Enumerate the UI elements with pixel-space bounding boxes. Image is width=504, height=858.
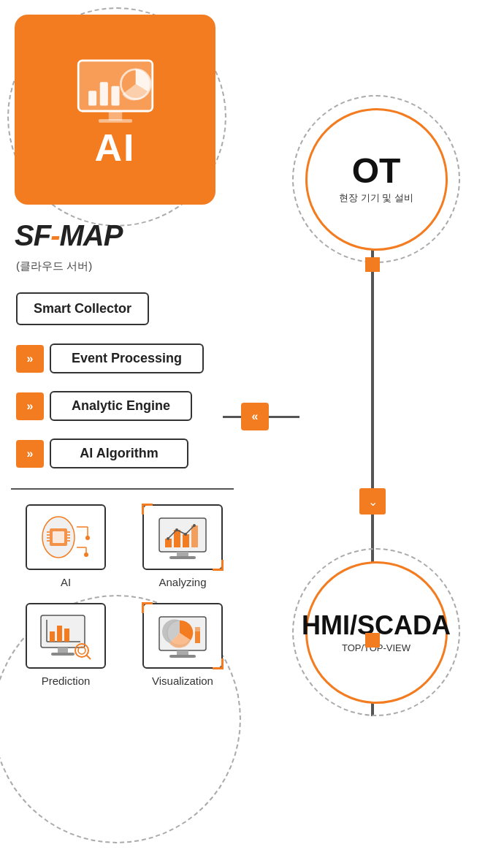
ai-box: AI: [15, 15, 215, 205]
svg-rect-38: [51, 653, 75, 656]
prediction-chart-icon: [37, 611, 95, 661]
svg-rect-36: [41, 615, 85, 648]
svg-point-24: [84, 553, 88, 557]
section-divider: [11, 488, 234, 490]
ot-dashed-outer: OT 현장 기기 및 설비: [292, 95, 460, 263]
smart-collector-box: Smart Collector: [16, 292, 149, 325]
smart-collector-label: Smart Collector: [34, 301, 131, 316]
hmi-circle-container: HMI/SCADA TOP/TOP-VIEW: [292, 548, 460, 716]
svg-rect-30: [183, 534, 189, 547]
brand-sf: SF: [15, 219, 50, 251]
svg-rect-41: [50, 631, 55, 642]
hmi-dashed-outer: HMI/SCADA TOP/TOP-VIEW: [292, 548, 460, 716]
svg-rect-6: [111, 86, 119, 106]
ai-algorithm-label: AI Algorithm: [80, 446, 158, 460]
analyzing-icon-box: [142, 504, 223, 570]
hmi-inner-circle: HMI/SCADA TOP/TOP-VIEW: [305, 561, 448, 704]
icon-item-ai: AI: [11, 504, 121, 588]
ai-algo-arrow-icon: »: [27, 447, 34, 460]
svg-point-32: [167, 537, 169, 540]
svg-rect-4: [88, 91, 96, 105]
analytic-arrow-btn[interactable]: »: [16, 392, 44, 420]
svg-rect-31: [191, 525, 198, 547]
svg-line-46: [86, 655, 91, 659]
right-connector-top: [365, 257, 380, 272]
module-row-event: » Event Processing: [16, 343, 204, 373]
svg-rect-49: [169, 655, 196, 658]
svg-point-21: [85, 536, 90, 540]
module-row-ai-algo: » AI Algorithm: [16, 439, 188, 468]
event-processing-box: Event Processing: [50, 343, 204, 373]
ai-algorithm-box: AI Algorithm: [50, 439, 188, 468]
svg-point-34: [184, 533, 187, 536]
left-connector-arrow: «: [241, 403, 269, 430]
ai-icon-box: [26, 504, 106, 570]
analyzing-chart-icon: [153, 512, 212, 562]
prediction-icon-label: Prediction: [42, 675, 91, 687]
left-connector-icon: «: [252, 410, 259, 423]
ai-brain-icon: [37, 512, 95, 562]
brand-map: MAP: [59, 219, 122, 251]
ai-algo-arrow-btn[interactable]: »: [16, 440, 44, 468]
left-panel: AI SF-MAP (클라우드 서버) Smart Collector » Ev…: [0, 0, 248, 858]
visualization-icon-box: [142, 603, 223, 669]
event-arrow-icon: »: [27, 352, 34, 365]
visualization-chart-icon: [153, 611, 212, 661]
ot-subtitle-text: 현장 기기 및 설비: [339, 191, 413, 205]
prediction-icon-box: [26, 603, 106, 669]
svg-rect-5: [99, 82, 107, 105]
ai-monitor-icon: [72, 53, 159, 126]
icon-item-analyzing: Analyzing: [128, 504, 237, 588]
svg-point-33: [175, 528, 178, 531]
analytic-engine-label: Analytic Engine: [72, 398, 170, 413]
svg-rect-27: [169, 556, 196, 559]
svg-rect-3: [98, 119, 131, 123]
visualization-icon-label: Visualization: [152, 675, 213, 687]
svg-rect-43: [64, 629, 69, 642]
analytic-engine-box: Analytic Engine: [50, 391, 192, 421]
page-container: AI SF-MAP (클라우드 서버) Smart Collector » Ev…: [0, 0, 504, 858]
icon-item-prediction: Prediction: [11, 603, 121, 687]
event-processing-label: Event Processing: [72, 351, 182, 365]
svg-rect-37: [58, 648, 68, 653]
down-arrow-icon: ⌄: [368, 495, 378, 509]
cloud-subtitle: (클라우드 서버): [16, 259, 92, 273]
analytic-arrow-icon: »: [27, 400, 34, 413]
svg-rect-2: [108, 111, 121, 121]
svg-rect-52: [195, 627, 200, 643]
event-arrow-btn[interactable]: »: [16, 345, 44, 373]
analyzing-icon-label: Analyzing: [159, 576, 206, 588]
right-connector-bottom: [365, 633, 380, 648]
module-row-analytic: » Analytic Engine: [16, 391, 192, 421]
right-down-arrow: ⌄: [359, 488, 386, 515]
ot-circle-container: OT 현장 기기 및 설비: [292, 95, 460, 263]
bottom-icons-grid: AI: [11, 504, 237, 687]
svg-rect-10: [53, 531, 64, 543]
ai-title-label: AI: [95, 129, 136, 167]
ot-inner-circle: OT 현장 기기 및 설비: [305, 108, 448, 251]
ot-title-text: OT: [352, 153, 401, 189]
icon-item-visualization: Visualization: [128, 603, 237, 687]
svg-rect-42: [57, 626, 62, 642]
brand-logo: SF-MAP: [15, 219, 122, 252]
brand-dash: -: [50, 219, 59, 251]
right-panel: OT 현장 기기 및 설비 ⌄ HMI/SCADA TOP/TOP-VIEW: [248, 0, 504, 858]
ai-icon-label: AI: [61, 576, 71, 588]
svg-point-35: [193, 524, 196, 527]
